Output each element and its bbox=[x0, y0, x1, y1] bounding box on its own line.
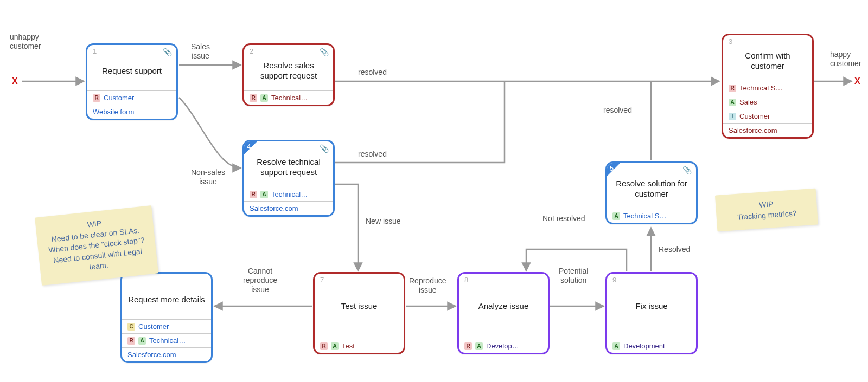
paperclip-icon: 📎 bbox=[320, 48, 329, 56]
raci-row: RATechnical… bbox=[122, 333, 211, 347]
raci-row: ADevelopment bbox=[607, 339, 696, 353]
node-title: Test issue bbox=[315, 274, 404, 339]
node-title: Analyze issue bbox=[459, 274, 548, 339]
raci-row: CCustomer bbox=[122, 319, 211, 333]
node-number: 7 bbox=[320, 276, 324, 284]
node-number: 9 bbox=[612, 276, 616, 284]
edge-potential: Potentialsolution bbox=[559, 267, 588, 285]
raci-row: RATechnical… bbox=[244, 187, 333, 201]
end-label: happycustomer bbox=[830, 50, 861, 68]
edge-newissue: New issue bbox=[366, 217, 401, 226]
system-row: Salesforce.com bbox=[244, 201, 333, 215]
raci-row: RCustomer bbox=[87, 90, 176, 105]
node-resolve-tech[interactable]: 4 📎 Resolve technical support request RA… bbox=[242, 140, 335, 217]
end-terminal: X bbox=[854, 76, 860, 86]
paperclip-icon: 📎 bbox=[163, 48, 172, 56]
edge-resolved-4: Resolved bbox=[659, 245, 690, 254]
node-number: 4 bbox=[247, 143, 251, 151]
node-fix-issue[interactable]: 9 Fix issue ADevelopment bbox=[605, 272, 698, 354]
node-title: Request more details bbox=[122, 274, 211, 319]
sticky-note-metrics[interactable]: WIPTracking metrics? bbox=[715, 189, 818, 232]
raci-row: ASales bbox=[723, 95, 812, 109]
node-title: Fix issue bbox=[607, 274, 696, 339]
node-analyze-issue[interactable]: 8 Analyze issue RADevelop… bbox=[457, 272, 550, 354]
start-terminal: X bbox=[12, 76, 18, 86]
node-number: 2 bbox=[250, 47, 253, 55]
node-number: 5 bbox=[610, 164, 614, 172]
node-confirm-customer[interactable]: 3 Confirm with customer RTechnical S… AS… bbox=[722, 34, 814, 139]
node-test-issue[interactable]: 7 Test issue RATest bbox=[313, 272, 405, 354]
edge-reproduce: Reproduceissue bbox=[409, 276, 446, 295]
edge-nonsales: Non-salesissue bbox=[191, 168, 225, 186]
system-row: Salesforce.com bbox=[723, 123, 812, 137]
node-request-support[interactable]: 1 📎 Request support RCustomer Website fo… bbox=[86, 43, 178, 120]
raci-row: RATest bbox=[315, 339, 404, 353]
node-resolve-solution[interactable]: 5 📎 Resolve solution for customer ATechn… bbox=[605, 161, 698, 224]
paperclip-icon: 📎 bbox=[682, 166, 692, 174]
node-title: Confirm with customer bbox=[723, 35, 812, 81]
start-label: unhappycustomer bbox=[10, 33, 41, 51]
raci-row: ATechnical S… bbox=[607, 209, 696, 223]
sticky-note-sla[interactable]: WIPNeed to be clear on SLAs. When does t… bbox=[35, 205, 158, 286]
system-row: Website form bbox=[87, 105, 176, 119]
edge-resolved-3: resolved bbox=[603, 106, 632, 115]
node-number: 1 bbox=[93, 47, 97, 55]
edge-cannot: Cannotreproduceissue bbox=[243, 267, 277, 294]
node-number: 8 bbox=[464, 276, 468, 284]
paperclip-icon: 📎 bbox=[320, 144, 329, 153]
node-request-details[interactable]: 6 Request more details CCustomer RATechn… bbox=[120, 272, 213, 363]
raci-row: RADevelop… bbox=[459, 339, 548, 353]
raci-row: RATechnical… bbox=[244, 90, 333, 105]
raci-row: ICustomer bbox=[723, 109, 812, 123]
node-resolve-sales[interactable]: 2 📎 Resolve sales support request RATech… bbox=[242, 43, 335, 106]
raci-row: RTechnical S… bbox=[723, 81, 812, 95]
edge-resolved-2: resolved bbox=[358, 150, 387, 159]
node-number: 3 bbox=[729, 37, 732, 46]
edge-sales: Salesissue bbox=[191, 42, 210, 61]
edge-notresolved: Not resolved bbox=[542, 214, 585, 223]
system-row: Salesforce.com bbox=[122, 347, 211, 361]
edge-resolved-1: resolved bbox=[358, 68, 387, 77]
